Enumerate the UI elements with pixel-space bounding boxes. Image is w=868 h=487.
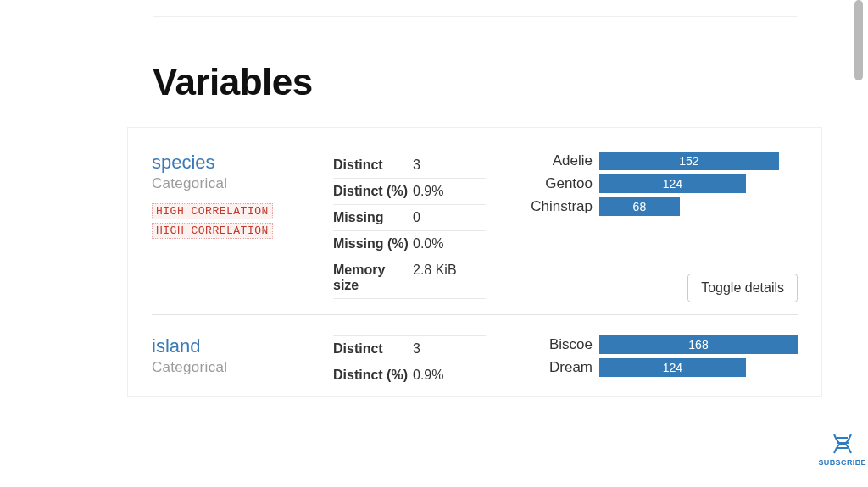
variable-block-species: species Categorical HIGH CORRELATION HIG…: [152, 152, 798, 315]
bar-label: Biscoe: [506, 336, 599, 353]
stat-value: 0.9%: [413, 368, 486, 383]
variables-card: species Categorical HIGH CORRELATION HIG…: [127, 127, 822, 397]
stat-value: 0.0%: [413, 236, 486, 252]
stat-row: Missing (%) 0.0%: [333, 231, 486, 257]
bar-label: Gentoo: [506, 175, 599, 192]
subscribe-label: SUBSCRIBE: [818, 458, 866, 467]
stats-table: Distinct 3 Distinct (%) 0.9%: [333, 335, 486, 388]
warning-badge: HIGH CORRELATION: [152, 203, 273, 219]
bar-fill: 124: [599, 174, 746, 193]
bar-label: Dream: [506, 359, 599, 376]
stat-value: 2.8 KiB: [413, 263, 486, 293]
section-title: Variables: [153, 61, 822, 103]
stat-row: Missing 0: [333, 205, 486, 231]
stat-label: Missing (%): [333, 236, 413, 252]
variable-block-island: island Categorical Distinct 3 Distinct (…: [152, 335, 798, 388]
bar-fill: 124: [599, 358, 746, 377]
stat-value: 3: [413, 341, 486, 357]
dna-icon: [829, 433, 856, 455]
variable-name: island: [152, 335, 313, 357]
vertical-scrollbar-thumb[interactable]: [854, 0, 863, 80]
stat-row: Distinct 3: [333, 152, 486, 179]
stat-label: Distinct (%): [333, 184, 413, 199]
bar-row: Adelie 152: [506, 152, 798, 170]
bar-row: Dream 124: [506, 358, 798, 377]
variable-name: species: [152, 152, 313, 174]
bar-label: Adelie: [506, 152, 599, 169]
previous-section-edge: [153, 8, 797, 17]
warning-badge: HIGH CORRELATION: [152, 223, 273, 239]
stat-label: Distinct: [333, 158, 413, 173]
stat-row: Memory size 2.8 KiB: [333, 257, 486, 299]
stat-row: Distinct (%) 0.9%: [333, 179, 486, 205]
bar-row: Gentoo 124: [506, 174, 798, 193]
bar-label: Chinstrap: [506, 198, 599, 215]
bar-row: Biscoe 168: [506, 335, 798, 354]
frequency-bar-chart: Biscoe 168 Dream 124: [506, 335, 798, 388]
bar-fill: 168: [599, 335, 798, 354]
toggle-details-button[interactable]: Toggle details: [687, 274, 798, 302]
stat-label: Missing: [333, 210, 413, 225]
bar-row: Chinstrap 68: [506, 197, 798, 216]
stat-value: 3: [413, 158, 486, 173]
stat-value: 0.9%: [413, 184, 486, 199]
stat-label: Memory size: [333, 263, 413, 293]
stats-table: Distinct 3 Distinct (%) 0.9% Missing 0 M…: [333, 152, 486, 299]
stat-label: Distinct (%): [333, 368, 413, 383]
report-container: Variables species Categorical HIGH CORRE…: [127, 8, 822, 397]
stat-label: Distinct: [333, 341, 413, 357]
stat-row: Distinct 3: [333, 335, 486, 362]
variable-type: Categorical: [152, 175, 313, 192]
variable-type: Categorical: [152, 359, 313, 376]
subscribe-overlay[interactable]: SUBSCRIBE: [818, 433, 866, 467]
bar-fill: 152: [599, 152, 779, 170]
stat-row: Distinct (%) 0.9%: [333, 362, 486, 388]
bar-fill: 68: [599, 197, 680, 216]
stat-value: 0: [413, 210, 486, 225]
